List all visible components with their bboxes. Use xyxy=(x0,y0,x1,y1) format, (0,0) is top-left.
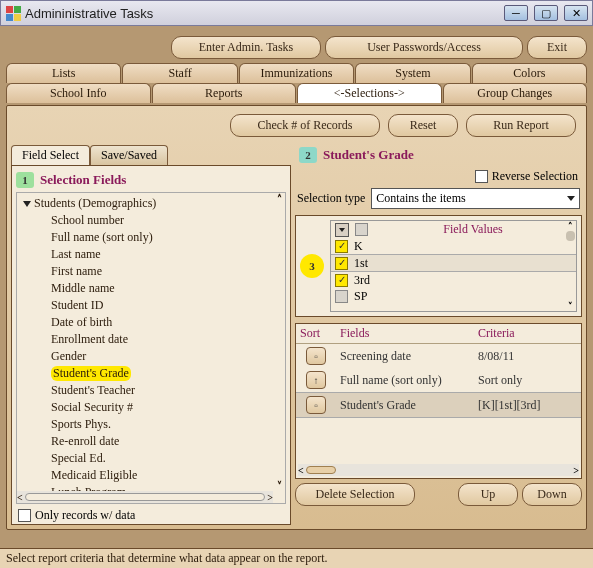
check-records-button[interactable]: Check # of Records xyxy=(230,114,380,137)
scroll-left-icon[interactable]: < xyxy=(298,465,304,476)
down-button[interactable]: Down xyxy=(522,483,582,506)
field-value-label: 1st xyxy=(354,255,368,271)
delete-selection-button[interactable]: Delete Selection xyxy=(295,483,415,506)
tree-vertical-scrollbar[interactable]: ˄ ˅ xyxy=(273,193,285,491)
grid-criteria-cell: 8/08/11 xyxy=(474,347,581,366)
field-value-row[interactable]: ✓1st xyxy=(331,254,576,272)
tab-reports[interactable]: Reports xyxy=(152,83,297,103)
tree-item[interactable]: Full name (sort only) xyxy=(17,229,285,246)
reverse-selection-label: Reverse Selection xyxy=(492,169,578,184)
tab-staff[interactable]: Staff xyxy=(122,63,237,83)
field-values-expand-button[interactable] xyxy=(335,223,349,237)
tree-item[interactable]: Gender xyxy=(17,348,285,365)
col-fields[interactable]: Fields xyxy=(336,324,474,343)
scroll-thumb[interactable] xyxy=(306,466,336,474)
grid-button-row: Delete Selection Up Down xyxy=(295,483,582,506)
grid-row[interactable]: ↑Full name (sort only)Sort only xyxy=(296,368,581,392)
tab-lists[interactable]: Lists xyxy=(6,63,121,83)
close-button[interactable]: ✕ xyxy=(564,5,588,21)
grid-field-cell: Screening date xyxy=(336,347,474,366)
tree-item[interactable]: Middle name xyxy=(17,280,285,297)
scroll-right-icon[interactable]: > xyxy=(267,492,273,503)
field-values-list[interactable]: Field Values ✓K✓1st✓3rdSP ˄ ˅ xyxy=(330,220,577,312)
selection-fields-tree[interactable]: Students (Demographics) School numberFul… xyxy=(16,192,286,504)
tab-school-info[interactable]: School Info xyxy=(6,83,151,103)
tab-system[interactable]: System xyxy=(355,63,470,83)
select-all-checkbox[interactable] xyxy=(355,223,368,236)
maximize-button[interactable]: ▢ xyxy=(534,5,558,21)
selection-type-value: Contains the items xyxy=(376,191,465,206)
subtab-field-select[interactable]: Field Select xyxy=(11,145,90,165)
field-value-checkbox[interactable]: ✓ xyxy=(335,274,348,287)
expand-arrow-icon[interactable] xyxy=(23,201,31,207)
minimize-button[interactable]: ─ xyxy=(504,5,528,21)
col-sort[interactable]: Sort xyxy=(296,324,336,343)
reset-button[interactable]: Reset xyxy=(388,114,458,137)
tree-item[interactable]: Medicaid Eligible xyxy=(17,467,285,484)
up-button[interactable]: Up xyxy=(458,483,518,506)
enter-admin-tasks-button[interactable]: Enter Admin. Tasks xyxy=(171,36,321,59)
only-records-label: Only records w/ data xyxy=(35,508,135,523)
tab-group-changes[interactable]: Group Changes xyxy=(443,83,588,103)
field-value-checkbox[interactable] xyxy=(335,290,348,303)
scroll-left-icon[interactable]: < xyxy=(17,492,23,503)
tab-selections[interactable]: <-Selections-> xyxy=(297,83,442,103)
step-3-badge: 3 xyxy=(300,254,324,278)
grid-criteria-cell: [K][1st][3rd] xyxy=(474,396,581,415)
exit-button[interactable]: Exit xyxy=(527,36,587,59)
grid-row[interactable]: ▫Screening date8/08/11 xyxy=(296,344,581,368)
field-value-label: K xyxy=(354,238,363,254)
run-report-button[interactable]: Run Report xyxy=(466,114,576,137)
tree-horizontal-scrollbar[interactable]: < > xyxy=(17,491,273,503)
svg-rect-1 xyxy=(14,6,21,13)
sort-button[interactable]: ▫ xyxy=(306,396,326,414)
tree-item[interactable]: Student ID xyxy=(17,297,285,314)
tree-item[interactable]: Social Security # xyxy=(17,399,285,416)
tree-group-label: Students (Demographics) xyxy=(34,196,156,210)
col-criteria[interactable]: Criteria xyxy=(474,324,581,343)
tree-item[interactable]: Student's Grade xyxy=(17,365,285,382)
scroll-up-icon[interactable]: ˄ xyxy=(277,193,282,204)
field-values-scrollbar[interactable]: ˄ ˅ xyxy=(565,221,576,311)
tree-item[interactable]: Student's Teacher xyxy=(17,382,285,399)
selection-fields-title: Selection Fields xyxy=(40,172,126,188)
tree-item[interactable]: Date of birth xyxy=(17,314,285,331)
field-value-checkbox[interactable]: ✓ xyxy=(335,240,348,253)
tree-item[interactable]: School number xyxy=(17,212,285,229)
tree-item[interactable]: Special Ed. xyxy=(17,450,285,467)
field-value-checkbox[interactable]: ✓ xyxy=(335,257,348,270)
criteria-grid: Sort Fields Criteria ▫Screening date8/08… xyxy=(295,323,582,479)
grid-horizontal-scrollbar[interactable]: < > xyxy=(298,464,579,476)
grid-row[interactable]: ▫Student's Grade[K][1st][3rd] xyxy=(296,392,581,418)
tab-colors[interactable]: Colors xyxy=(472,63,587,83)
tree-item[interactable]: Re-enroll date xyxy=(17,433,285,450)
action-row: Check # of Records Reset Run Report xyxy=(11,114,582,137)
tree-item[interactable]: Last name xyxy=(17,246,285,263)
top-button-row: Enter Admin. Tasks User Passwords/Access… xyxy=(6,36,587,59)
secondary-tabstrip: School Info Reports <-Selections-> Group… xyxy=(6,83,587,103)
sort-button[interactable]: ▫ xyxy=(306,347,326,365)
scroll-right-icon[interactable]: > xyxy=(573,465,579,476)
students-grade-title: Student's Grade xyxy=(323,147,414,163)
scroll-thumb[interactable] xyxy=(566,231,575,241)
tree-item[interactable]: Sports Phys. xyxy=(17,416,285,433)
sort-button[interactable]: ↑ xyxy=(306,371,326,389)
only-records-checkbox[interactable] xyxy=(18,509,31,522)
scroll-up-icon[interactable]: ˄ xyxy=(568,221,573,231)
user-passwords-button[interactable]: User Passwords/Access xyxy=(325,36,523,59)
window-title: Admininistrative Tasks xyxy=(25,6,504,21)
titlebar: Admininistrative Tasks ─ ▢ ✕ xyxy=(0,0,593,26)
tree-group-students[interactable]: Students (Demographics) xyxy=(17,195,285,212)
field-value-row[interactable]: ✓K xyxy=(331,238,576,254)
field-value-row[interactable]: SP xyxy=(331,288,576,304)
field-value-row[interactable]: ✓3rd xyxy=(331,272,576,288)
selection-type-combo[interactable]: Contains the items xyxy=(371,188,580,209)
scroll-down-icon[interactable]: ˅ xyxy=(568,301,573,311)
scroll-down-icon[interactable]: ˅ xyxy=(277,480,282,491)
tree-item[interactable]: First name xyxy=(17,263,285,280)
scroll-thumb[interactable] xyxy=(25,493,266,501)
tab-immunizations[interactable]: Immunizations xyxy=(239,63,354,83)
reverse-selection-checkbox[interactable] xyxy=(475,170,488,183)
subtab-save-saved[interactable]: Save/Saved xyxy=(90,145,168,165)
tree-item[interactable]: Enrollment date xyxy=(17,331,285,348)
